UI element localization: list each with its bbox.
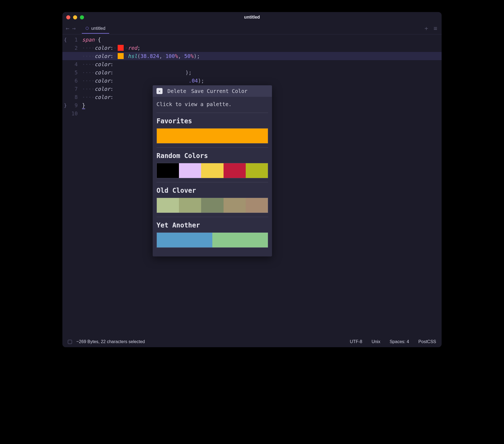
divider: [157, 182, 268, 182]
window-controls: [66, 15, 84, 19]
minimize-window-button[interactable]: [73, 15, 77, 19]
palette-color-swatch[interactable]: [157, 163, 179, 178]
window-title: untitled: [62, 15, 442, 20]
status-selection: ~269 Bytes, 22 characters selected: [76, 339, 145, 344]
line-number: 7: [68, 85, 78, 93]
line-number: 8: [68, 93, 78, 101]
palette-title[interactable]: Favorites: [153, 115, 272, 127]
tab-untitled[interactable]: untitled: [82, 23, 109, 34]
statusbar: ~269 Bytes, 22 characters selected UTF-8…: [62, 336, 442, 347]
palette-color-swatch[interactable]: [157, 233, 212, 247]
palette-title[interactable]: Yet Another: [153, 219, 272, 231]
fold-open-glyph[interactable]: {: [62, 36, 68, 44]
code-content[interactable]: span·{ ····color:··red; ····color:··hsl(…: [79, 36, 442, 336]
code-line[interactable]: span·{: [82, 36, 442, 44]
forward-icon[interactable]: →: [71, 24, 76, 32]
palette-title[interactable]: Random Colors: [153, 150, 272, 161]
palette-row: [157, 128, 268, 144]
palette-color-swatch[interactable]: [212, 233, 268, 247]
divider: [157, 147, 268, 148]
palette-color-swatch[interactable]: [246, 163, 268, 178]
divider: [157, 217, 268, 217]
palette-color-swatch[interactable]: [157, 198, 179, 213]
line-number: 4: [68, 60, 78, 68]
editor-window: untitled ← → untitled + ≡ { } 1 2 3 4 5: [62, 12, 442, 347]
line-number: 10: [68, 109, 78, 118]
code-line[interactable]: ····color:·x·hsl(38.824,·100%,·50);: [82, 68, 442, 77]
code-line-active[interactable]: ····color:··hsl(38.824,·100%,·50%);: [62, 52, 442, 60]
tabbar: ← → untitled + ≡: [62, 22, 442, 34]
panel-toggle-icon[interactable]: [68, 340, 72, 344]
palette-title[interactable]: Old Clover: [153, 185, 272, 196]
line-number: 1: [68, 36, 78, 44]
tab-menu-icon[interactable]: ≡: [434, 25, 437, 32]
palette-row: [157, 232, 268, 248]
palette-row: [157, 198, 268, 213]
line-number: 2: [68, 44, 78, 52]
titlebar: untitled: [62, 12, 442, 22]
divider: [157, 113, 268, 113]
dirty-indicator-icon: [86, 27, 89, 30]
new-tab-icon[interactable]: +: [425, 25, 428, 32]
status-syntax[interactable]: PostCSS: [418, 339, 436, 344]
close-icon: ✕: [158, 89, 161, 93]
code-line[interactable]: ····color:·x·hsl(38.824,·100%,·504.04);: [82, 77, 442, 85]
popup-hint: Click to view a palette.: [153, 97, 272, 110]
palette-color-swatch[interactable]: [179, 163, 201, 178]
palette-color-swatch[interactable]: [201, 198, 223, 213]
tab-label: untitled: [91, 26, 106, 31]
fold-gutter: { }: [62, 36, 68, 336]
code-line[interactable]: ····color:··red;: [82, 44, 442, 52]
popup-toolbar: ✕ Delete Save Current Color: [153, 85, 272, 97]
line-number: 6: [68, 77, 78, 85]
close-window-button[interactable]: [66, 15, 70, 19]
status-line-ending[interactable]: Unix: [372, 339, 380, 344]
color-swatch-icon[interactable]: [118, 45, 124, 51]
color-palette-popup: ✕ Delete Save Current Color Click to vie…: [153, 85, 272, 256]
palette-color-swatch[interactable]: [179, 198, 201, 213]
palette-row: [157, 163, 268, 178]
back-icon[interactable]: ←: [65, 24, 70, 32]
status-indent[interactable]: Spaces: 4: [390, 339, 409, 344]
status-encoding[interactable]: UTF-8: [350, 339, 362, 344]
palette-color-swatch[interactable]: [246, 198, 268, 213]
code-line[interactable]: ····color:: [82, 60, 442, 68]
palette-color-swatch[interactable]: [157, 128, 268, 143]
line-number: 9: [68, 101, 78, 109]
zoom-window-button[interactable]: [80, 15, 84, 19]
fold-close-glyph[interactable]: }: [62, 101, 68, 109]
color-swatch-icon[interactable]: [118, 53, 124, 59]
save-current-color-button[interactable]: Save Current Color: [191, 88, 248, 94]
history-nav: ← →: [65, 24, 76, 32]
popup-close-button[interactable]: ✕: [157, 88, 163, 94]
palette-color-swatch[interactable]: [224, 198, 246, 213]
line-number-gutter: 1 2 3 4 5 6 7 8 9 10: [68, 36, 79, 336]
editor-area[interactable]: { } 1 2 3 4 5 6 7 8 9 10 span·{ ····colo…: [62, 34, 442, 336]
palette-color-swatch[interactable]: [224, 163, 246, 178]
line-number: 5: [68, 68, 78, 77]
palette-color-swatch[interactable]: [201, 163, 223, 178]
delete-color-button[interactable]: Delete: [167, 88, 186, 94]
